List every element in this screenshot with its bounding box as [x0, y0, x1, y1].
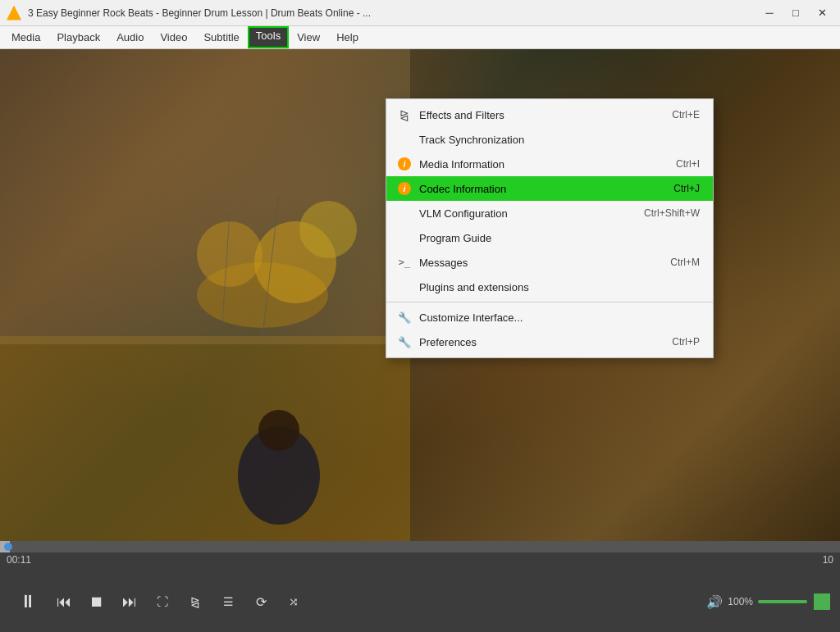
loop-button[interactable]: ⟳ — [246, 587, 276, 616]
preferences-label: Preferences — [419, 336, 655, 348]
menu-item-messages[interactable]: >_ Messages Ctrl+M — [386, 250, 713, 275]
media-info-label: Media Information — [419, 158, 660, 171]
track-sync-icon-placeholder — [396, 131, 413, 148]
menu-tools[interactable]: Tools — [248, 26, 289, 48]
vlc-logo-icon — [7, 6, 21, 20]
menu-item-track-sync[interactable]: Track Synchronization — [386, 127, 713, 152]
menu-media[interactable]: Media — [3, 26, 48, 48]
controls-area: 00:11 10 ⏸ ⏮ ⏹ ⏭ ⛶ ⧎ ☰ ⟳ ⤮ 🔊 100% — [0, 541, 840, 632]
codec-info-label: Codec Information — [419, 183, 657, 195]
svg-point-4 — [197, 221, 262, 287]
menu-item-plugins[interactable]: Plugins and extensions — [386, 275, 713, 299]
close-button[interactable]: ✕ — [810, 4, 833, 22]
preferences-icon: 🔧 — [396, 334, 413, 350]
time-current: 00:11 — [7, 554, 31, 566]
volume-icon: 🔊 — [706, 594, 723, 610]
program-guide-icon-placeholder — [396, 230, 413, 246]
playback-controls: ⏸ ⏮ ⏹ ⏭ ⛶ ⧎ ☰ ⟳ ⤮ 🔊 100% — [0, 577, 840, 620]
menu-subtitles[interactable]: Subtitle — [195, 26, 247, 48]
menu-view[interactable]: View — [289, 26, 328, 48]
codec-info-icon: i — [396, 180, 413, 197]
customize-label: Customize Interface... — [419, 311, 683, 324]
maximize-button[interactable]: □ — [784, 4, 807, 22]
volume-bar[interactable] — [758, 600, 807, 603]
svg-point-5 — [299, 201, 357, 258]
volume-label: 100% — [728, 596, 753, 607]
stop-button[interactable]: ⏹ — [82, 587, 112, 616]
menu-item-customize[interactable]: 🔧 Customize Interface... — [386, 305, 713, 330]
fullscreen-button[interactable]: ⛶ — [148, 587, 177, 616]
vlm-config-shortcut: Ctrl+Shift+W — [644, 207, 700, 219]
menu-item-media-info[interactable]: i Media Information Ctrl+I — [386, 152, 713, 176]
menu-item-preferences[interactable]: 🔧 Preferences Ctrl+P — [386, 330, 713, 354]
controls-left: ⏸ ⏮ ⏹ ⏭ ⛶ ⧎ ☰ ⟳ ⤮ — [10, 584, 308, 620]
plugins-icon-placeholder — [396, 279, 413, 295]
messages-icon: >_ — [396, 254, 413, 271]
menu-item-program-guide[interactable]: Program Guide — [386, 225, 713, 250]
messages-shortcut: Ctrl+M — [670, 257, 700, 268]
codec-info-shortcut: Ctrl+J — [673, 183, 700, 194]
volume-fill — [758, 600, 807, 603]
next-button[interactable]: ⏭ — [115, 587, 144, 616]
progress-handle — [4, 543, 12, 551]
controls-right: 🔊 100% — [706, 593, 830, 610]
titlebar: 3 Easy Beginner Rock Beats - Beginner Dr… — [0, 0, 840, 26]
window-controls: ─ □ ✕ — [758, 4, 833, 22]
effects-filters-label: Effects and Filters — [419, 109, 655, 121]
menu-video[interactable]: Video — [152, 26, 195, 48]
menu-item-vlm-config[interactable]: VLM Configuration Ctrl+Shift+W — [386, 201, 713, 225]
progress-bar[interactable] — [0, 541, 840, 552]
preferences-shortcut: Ctrl+P — [672, 336, 700, 348]
window-title: 3 Easy Beginner Rock Beats - Beginner Dr… — [28, 7, 371, 19]
track-sync-label: Track Synchronization — [419, 134, 683, 146]
menubar: Media Playback Audio Video Subtitle Tool… — [0, 26, 840, 49]
media-info-shortcut: Ctrl+I — [676, 158, 700, 170]
effects-filters-shortcut: Ctrl+E — [672, 109, 700, 120]
video-area: ⧎ Effects and Filters Ctrl+E Track Synch… — [0, 49, 840, 557]
sliders-icon: ⧎ — [396, 107, 413, 123]
svg-rect-0 — [0, 336, 410, 557]
svg-point-9 — [258, 410, 299, 451]
play-pause-button[interactable]: ⏸ — [10, 584, 46, 620]
tools-dropdown-menu: ⧎ Effects and Filters Ctrl+E Track Synch… — [386, 98, 714, 358]
prev-button[interactable]: ⏮ — [49, 587, 79, 616]
vlm-icon-placeholder — [396, 205, 413, 221]
messages-label: Messages — [419, 257, 654, 269]
minimize-button[interactable]: ─ — [758, 4, 781, 22]
titlebar-left: 3 Easy Beginner Rock Beats - Beginner Dr… — [7, 6, 371, 20]
customize-icon: 🔧 — [396, 309, 413, 325]
menu-audio[interactable]: Audio — [108, 26, 152, 48]
shuffle-button[interactable]: ⤮ — [279, 587, 308, 616]
vlm-config-label: VLM Configuration — [419, 207, 628, 220]
program-guide-label: Program Guide — [419, 232, 683, 244]
extended-settings-button[interactable]: ⧎ — [180, 587, 210, 616]
time-total: 10 — [823, 554, 833, 566]
menu-playback[interactable]: Playback — [48, 26, 108, 48]
menu-item-codec-info[interactable]: i Codec Information Ctrl+J — [386, 176, 713, 201]
playlist-button[interactable]: ☰ — [213, 587, 243, 616]
volume-control: 🔊 100% — [706, 593, 830, 610]
plugins-label: Plugins and extensions — [419, 281, 683, 293]
menu-help[interactable]: Help — [328, 26, 367, 48]
menu-separator — [386, 302, 713, 302]
menu-item-effects-filters[interactable]: ⧎ Effects and Filters Ctrl+E — [386, 102, 713, 127]
volume-overflow-indicator — [814, 593, 830, 610]
media-info-icon: i — [396, 156, 413, 172]
